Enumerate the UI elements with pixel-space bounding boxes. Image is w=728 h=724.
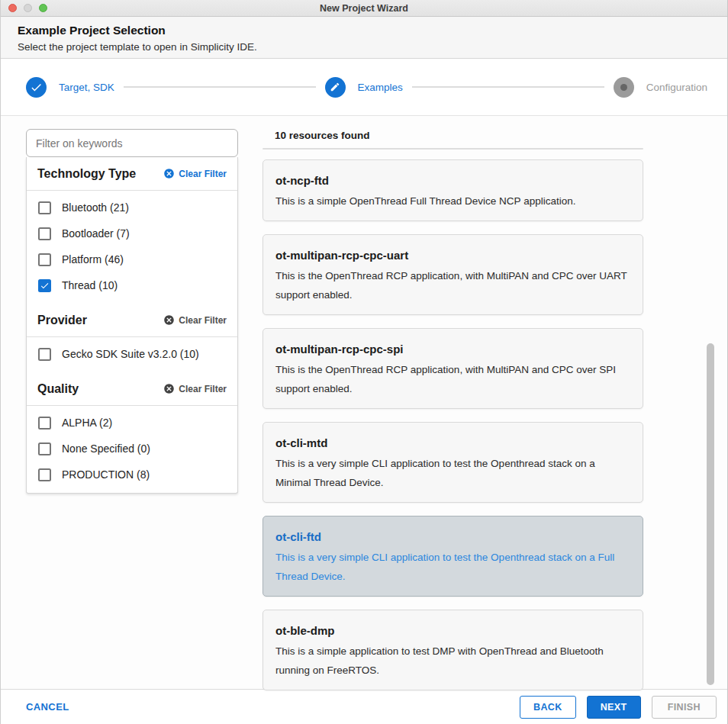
filter-sidebar: Technology Type Clear Filter Bluetooth (… <box>26 129 238 494</box>
finish-button[interactable]: FINISH <box>652 696 717 719</box>
filter-option-label: ALPHA (2) <box>62 417 112 429</box>
filter-section-header: Technology Type Clear Filter <box>27 157 237 191</box>
new-project-wizard-window: New Project Wizard Example Project Selec… <box>0 0 728 724</box>
filter-option[interactable]: Thread (10) <box>27 272 237 298</box>
checkbox-icon[interactable] <box>38 417 51 430</box>
dialog-header: Example Project Selection Select the pro… <box>1 17 727 59</box>
example-card-title: ot-ble-dmp <box>275 624 630 638</box>
dialog-footer: CANCEL BACK NEXT FINISH <box>1 689 727 724</box>
footer-buttons: BACK NEXT FINISH <box>520 696 717 719</box>
example-card[interactable]: ot-ncp-ftd This is a simple OpenThread F… <box>263 159 643 221</box>
page-title: Example Project Selection <box>18 24 710 37</box>
example-card-description: This is the OpenThread RCP application, … <box>275 360 630 398</box>
check-icon <box>26 77 47 98</box>
step-label: Examples <box>358 82 403 93</box>
example-card-description: This is the OpenThread RCP application, … <box>275 266 630 304</box>
step-target-sdk[interactable]: Target, SDK <box>26 77 114 98</box>
example-card-description: This is a very simple CLI application to… <box>275 454 630 492</box>
filter-option-label: Gecko SDK Suite v3.2.0 (10) <box>62 348 199 360</box>
filter-option[interactable]: PRODUCTION (8) <box>27 462 237 487</box>
step-label: Configuration <box>646 82 707 93</box>
filter-section: Provider Clear Filter Gecko SDK Suite v3… <box>27 304 237 372</box>
checkbox-icon[interactable] <box>38 227 51 240</box>
filter-options: Bluetooth (21) Bootloader (7) Platform (… <box>27 191 237 304</box>
filter-option[interactable]: Bluetooth (21) <box>27 195 237 220</box>
filter-section-title: Technology Type <box>37 167 136 181</box>
filter-option-label: Thread (10) <box>62 279 118 291</box>
example-card-title: ot-ncp-ftd <box>275 174 630 188</box>
example-card[interactable]: ot-cli-mtd This is a very simple CLI app… <box>263 422 643 503</box>
step-label: Target, SDK <box>59 82 114 93</box>
page-subtitle: Select the project template to open in S… <box>18 41 710 53</box>
filter-option[interactable]: Bootloader (7) <box>27 220 237 246</box>
step-examples[interactable]: Examples <box>325 77 403 98</box>
filter-option[interactable]: ALPHA (2) <box>27 410 237 436</box>
example-card[interactable]: ot-multipan-rcp-cpc-uart This is the Ope… <box>263 234 643 315</box>
checkbox-icon[interactable] <box>38 348 51 361</box>
content-area: Technology Type Clear Filter Bluetooth (… <box>1 116 727 689</box>
filter-section-header: Quality Clear Filter <box>27 372 237 406</box>
back-button[interactable]: BACK <box>520 696 576 719</box>
example-card-title: ot-cli-mtd <box>275 436 630 450</box>
filter-option-label: Bluetooth (21) <box>62 201 129 214</box>
clear-filter-label: Clear Filter <box>179 169 227 179</box>
filter-options: Gecko SDK Suite v3.2.0 (10) <box>27 337 237 372</box>
pencil-icon <box>325 77 346 98</box>
checkbox-icon[interactable] <box>38 442 51 455</box>
filter-section-title: Quality <box>37 382 79 396</box>
clear-filter-icon <box>163 168 175 179</box>
scrollbar-thumb[interactable] <box>707 343 714 685</box>
checkbox-icon[interactable] <box>38 468 51 481</box>
example-cards: ot-ncp-ftd This is a simple OpenThread F… <box>263 150 643 690</box>
dot-icon <box>614 77 634 98</box>
clear-filter-icon <box>163 383 175 394</box>
example-card-title: ot-multipan-rcp-cpc-spi <box>275 343 630 356</box>
filter-option[interactable]: None Specified (0) <box>27 436 237 462</box>
filter-keywords-input[interactable] <box>26 129 238 157</box>
filter-section: Quality Clear Filter ALPHA (2) None Spec… <box>27 372 237 493</box>
window-title: New Project Wizard <box>1 3 727 14</box>
clear-filter-icon <box>163 314 175 326</box>
filter-option-label: None Specified (0) <box>62 442 150 455</box>
filter-section: Technology Type Clear Filter Bluetooth (… <box>27 157 237 304</box>
filter-option-label: Platform (46) <box>62 253 124 265</box>
example-card[interactable]: ot-cli-ftd This is a very simple CLI app… <box>263 516 643 597</box>
clear-filter-button[interactable]: Clear Filter <box>163 383 227 394</box>
filter-section-header: Provider Clear Filter <box>27 304 237 337</box>
clear-filter-label: Clear Filter <box>179 315 227 326</box>
example-card-title: ot-cli-ftd <box>275 530 630 544</box>
titlebar: New Project Wizard <box>1 0 727 17</box>
next-button[interactable]: NEXT <box>587 696 641 719</box>
stepper-connector <box>412 86 604 88</box>
filter-option-label: PRODUCTION (8) <box>62 468 150 481</box>
results-list: 10 resources found ot-ncp-ftd This is a … <box>263 124 643 690</box>
results-count: 10 resources found <box>263 124 643 148</box>
stepper-connector <box>124 86 316 88</box>
example-card-description: This is a simple application to test DMP… <box>275 642 630 680</box>
checkbox-icon[interactable] <box>38 253 51 266</box>
checkbox-icon[interactable] <box>38 201 51 214</box>
filter-section-title: Provider <box>37 314 87 327</box>
wizard-stepper: Target, SDK Examples Configuration <box>1 59 727 116</box>
filter-option[interactable]: Gecko SDK Suite v3.2.0 (10) <box>27 341 237 367</box>
filter-option[interactable]: Platform (46) <box>27 246 237 272</box>
example-card-title: ot-multipan-rcp-cpc-uart <box>275 249 630 262</box>
filter-panel: Technology Type Clear Filter Bluetooth (… <box>26 157 238 494</box>
cancel-button[interactable]: CANCEL <box>26 701 69 713</box>
example-card-description: This is a very simple CLI application to… <box>275 548 630 586</box>
example-card-description: This is a simple OpenThread Full Thread … <box>275 191 630 211</box>
checkbox-icon[interactable] <box>38 279 51 292</box>
clear-filter-button[interactable]: Clear Filter <box>163 168 227 179</box>
clear-filter-label: Clear Filter <box>179 384 227 394</box>
example-card[interactable]: ot-multipan-rcp-cpc-spi This is the Open… <box>263 328 643 409</box>
example-card[interactable]: ot-ble-dmp This is a simple application … <box>263 610 643 690</box>
filter-options: ALPHA (2) None Specified (0) PRODUCTION … <box>27 406 237 493</box>
clear-filter-button[interactable]: Clear Filter <box>163 314 227 326</box>
step-configuration[interactable]: Configuration <box>614 77 707 98</box>
filter-option-label: Bootloader (7) <box>62 227 130 240</box>
